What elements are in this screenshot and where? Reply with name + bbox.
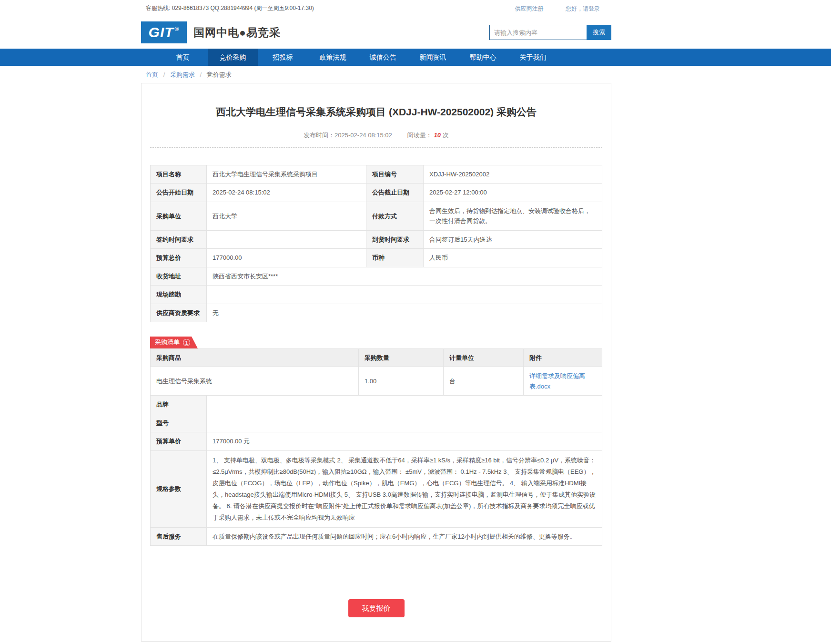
info-value: 西北大学 (207, 202, 366, 230)
nav-item-integrity[interactable]: 诚信公告 (358, 49, 408, 66)
breadcrumb-current: 竞价需求 (207, 71, 232, 78)
header: GIT® 国网中电●易竞采 搜索 (141, 16, 611, 49)
breadcrumb: 首页 / 采购需求 / 竞价需求 (141, 66, 611, 83)
breadcrumb-separator: / (163, 71, 165, 78)
detail-value (207, 414, 602, 432)
info-value: 2025-02-27 12:00:00 (424, 184, 602, 202)
logo: GIT® 国网中电●易竞采 (141, 21, 281, 43)
detail-label: 售后服务 (151, 527, 207, 545)
table-row: 项目名称 西北大学电生理信号采集系统采购项目 项目编号 XDJJ-HW-2025… (151, 165, 602, 184)
info-label: 公告截止日期 (366, 184, 424, 202)
product-unit: 台 (444, 367, 524, 396)
info-label: 项目编号 (366, 165, 424, 184)
table-row: 规格参数 1、 支持单电极、双电极、多电极等采集模式 2、 采集通道数不低于64… (151, 450, 602, 527)
brand-title: 国网中电●易竞采 (193, 25, 281, 40)
purchase-items-table: 采购商品 采购数量 计量单位 附件 电生理信号采集系统 1.00 台 详细需求及… (150, 348, 602, 396)
table-row: 预算总价 177000.00 币种 人民币 (151, 249, 602, 267)
publish-time: 发布时间：2025-02-24 08:15:02 (304, 132, 392, 139)
detail-label: 规格参数 (151, 450, 207, 527)
supplier-register-link[interactable]: 供应商注册 (515, 5, 544, 12)
nav-item-news[interactable]: 新闻资讯 (408, 49, 458, 66)
column-header-unit: 计量单位 (444, 348, 524, 367)
breadcrumb-home[interactable]: 首页 (146, 71, 158, 78)
spec-parameters: 1、 支持单电极、双电极、多电极等采集模式 2、 采集通道数不低于64，采样率≥… (207, 450, 602, 527)
info-label: 公告开始日期 (151, 184, 207, 202)
after-sale-service: 在质量保修期内该设备或产品出现任何质量问题的回应时间；应在6小时内响应，生产厂家… (207, 527, 602, 545)
info-label: 供应商资质要求 (151, 304, 207, 322)
main-nav: 首页 竞价采购 招投标 政策法规 诚信公告 新闻资讯 帮助中心 关于我们 (0, 49, 831, 66)
info-label: 到货时间要求 (366, 230, 424, 248)
nav-item-home[interactable]: 首页 (158, 49, 208, 66)
info-value: 西北大学电生理信号采集系统采购项目 (207, 165, 366, 184)
breadcrumb-purchase-demand[interactable]: 采购需求 (170, 71, 195, 78)
info-value: 人民币 (424, 249, 602, 267)
info-label: 币种 (366, 249, 424, 267)
column-header-quantity: 采购数量 (359, 348, 444, 367)
search-bar: 搜索 (489, 25, 611, 40)
detail-label: 型号 (151, 414, 207, 432)
table-row: 采购单位 西北大学 付款方式 合同生效后，待货物到达指定地点、安装调试验收合格后… (151, 202, 602, 230)
nav-item-tender[interactable]: 招投标 (258, 49, 308, 66)
notice-card: 西北大学电生理信号采集系统采购项目 (XDJJ-HW-202502002) 采购… (141, 83, 611, 642)
purchase-list-badge: 采购清单 1 (150, 337, 198, 348)
breadcrumb-separator: / (200, 71, 202, 78)
table-row: 售后服务 在质量保修期内该设备或产品出现任何质量问题的回应时间；应在6小时内响应… (151, 527, 602, 545)
info-label: 签约时间要求 (151, 230, 207, 248)
info-value: 无 (207, 304, 602, 322)
budget-unit-price: 177000.00 元 (207, 432, 602, 450)
nav-item-help[interactable]: 帮助中心 (458, 49, 508, 66)
quote-button[interactable]: 我要报价 (348, 599, 405, 617)
table-row: 收货地址 陕西省西安市长安区**** (151, 267, 602, 285)
info-value: 合同签订后15天内送达 (424, 230, 602, 248)
nav-item-bidding-purchase[interactable]: 竞价采购 (208, 49, 258, 66)
purchase-detail-table: 品牌 型号 预算单价 177000.00 元 规格参数 1、 支持单电极、双电极… (150, 395, 602, 546)
detail-label: 品牌 (151, 396, 207, 414)
search-input[interactable] (489, 25, 587, 40)
table-header-row: 采购商品 采购数量 计量单位 附件 (151, 348, 602, 367)
view-count: 阅读量：10次 (407, 132, 448, 139)
registered-mark: ® (175, 26, 180, 32)
table-row: 签约时间要求 到货时间要求 合同签订后15天内送达 (151, 230, 602, 248)
table-row: 预算单价 177000.00 元 (151, 432, 602, 450)
nav-item-about[interactable]: 关于我们 (508, 49, 558, 66)
page-title: 西北大学电生理信号采集系统采购项目 (XDJJ-HW-202502002) 采购… (150, 105, 602, 119)
purchase-list-section: 采购清单 1 (150, 337, 602, 348)
info-label: 采购单位 (151, 202, 207, 230)
info-value (207, 230, 366, 248)
topbar-links: 供应商注册 您好，请登录 (495, 4, 600, 13)
info-label: 预算总价 (151, 249, 207, 267)
info-label: 收货地址 (151, 267, 207, 285)
detail-value (207, 396, 602, 414)
info-value: 合同生效后，待货物到达指定地点、安装调试验收合格后，一次性付清合同货款。 (424, 202, 602, 230)
topbar: 客服热线: 029-86618373 QQ:2881944994 (周一至周五9… (0, 0, 831, 16)
nav-item-policy[interactable]: 政策法规 (308, 49, 358, 66)
git-logo-text: GIT (149, 24, 174, 41)
attachment-link[interactable]: 详细需求及响应偏离表.docx (529, 372, 585, 389)
column-header-product: 采购商品 (151, 348, 359, 367)
search-button[interactable]: 搜索 (587, 25, 611, 40)
info-label: 付款方式 (366, 202, 424, 230)
detail-label: 预算单价 (151, 432, 207, 450)
table-row: 型号 (151, 414, 602, 432)
project-info-table: 项目名称 西北大学电生理信号采集系统采购项目 项目编号 XDJJ-HW-2025… (150, 165, 602, 322)
info-label: 项目名称 (151, 165, 207, 184)
info-label: 现场踏勘 (151, 286, 207, 304)
product-name: 电生理信号采集系统 (151, 367, 359, 396)
info-value (207, 286, 602, 304)
table-row: 供应商资质要求 无 (151, 304, 602, 322)
table-row: 电生理信号采集系统 1.00 台 详细需求及响应偏离表.docx (151, 367, 602, 396)
purchase-list-label: 采购清单 (155, 338, 180, 347)
git-logo: GIT® (141, 21, 187, 43)
login-link[interactable]: 您好，请登录 (566, 5, 600, 12)
column-header-attachment: 附件 (524, 348, 602, 367)
table-row: 品牌 (151, 396, 602, 414)
info-value: 陕西省西安市长安区**** (207, 267, 602, 285)
table-row: 现场踏勘 (151, 286, 602, 304)
hotline-text: 客服热线: 029-86618373 QQ:2881944994 (周一至周五9… (146, 4, 314, 12)
table-row: 公告开始日期 2025-02-24 08:15:02 公告截止日期 2025-0… (151, 184, 602, 202)
budget-total-value: 177000.00 (207, 249, 366, 267)
purchase-count-badge: 1 (183, 339, 190, 346)
info-value: XDJJ-HW-202502002 (424, 165, 602, 184)
product-quantity: 1.00 (359, 367, 444, 396)
notice-meta: 发布时间：2025-02-24 08:15:02 阅读量：10次 (150, 131, 602, 148)
